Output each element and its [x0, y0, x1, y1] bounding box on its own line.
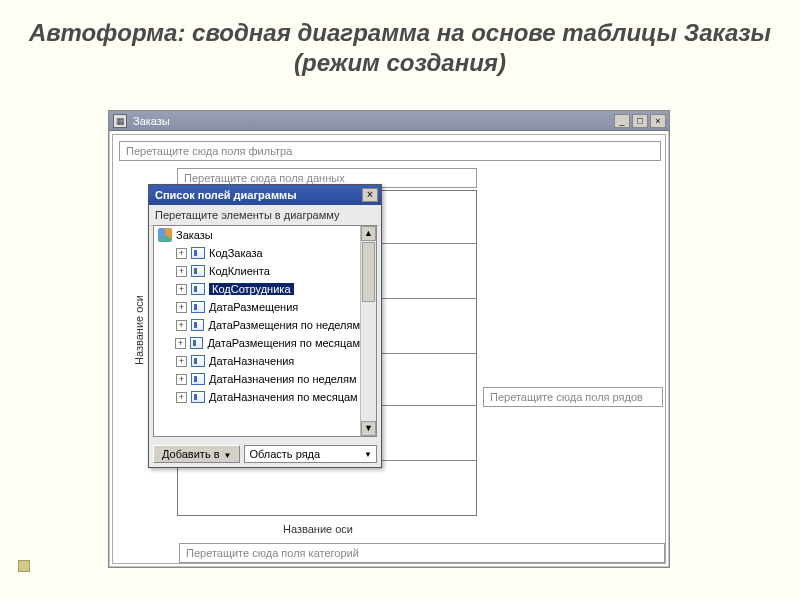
dropzone-filter[interactable]: Перетащите сюда поля фильтра: [119, 141, 661, 161]
field-label: ДатаНазначения по месяцам: [209, 391, 358, 403]
field-icon: [191, 265, 205, 277]
slide-title: Автоформа: сводная диаграмма на основе т…: [0, 0, 800, 88]
dropzone-categories[interactable]: Перетащите сюда поля категорий: [179, 543, 665, 563]
field-label: КодЗаказа: [209, 247, 263, 259]
field-icon: [191, 355, 205, 367]
form-titlebar[interactable]: ▦ Заказы _ □ ×: [109, 111, 669, 131]
axis-x-label: Название оси: [283, 523, 353, 535]
add-to-label: Добавить в: [162, 448, 220, 460]
field-label: ДатаРазмещения по месяцам: [207, 337, 360, 349]
field-icon: [191, 373, 205, 385]
expand-icon[interactable]: +: [176, 284, 187, 295]
field-dialog-close-button[interactable]: ×: [362, 188, 378, 202]
table-icon: [158, 228, 172, 242]
field-label: ДатаРазмещения: [209, 301, 298, 313]
form-icon: ▦: [113, 114, 127, 128]
field-label: ДатаНазначения: [209, 355, 294, 367]
field-icon: [191, 283, 205, 295]
tree-field-item[interactable]: +ДатаРазмещения по неделям: [154, 316, 360, 334]
expand-icon[interactable]: +: [175, 338, 186, 349]
expand-icon[interactable]: +: [176, 374, 187, 385]
scroll-down-button[interactable]: ▼: [361, 421, 376, 436]
field-tree: Заказы+КодЗаказа+КодКлиента+КодСотрудник…: [153, 225, 377, 437]
expand-icon[interactable]: +: [176, 266, 187, 277]
tree-root[interactable]: Заказы: [154, 226, 360, 244]
tree-field-item[interactable]: +ДатаРазмещения: [154, 298, 360, 316]
chevron-down-icon: ▼: [364, 450, 372, 459]
expand-icon[interactable]: +: [176, 392, 187, 403]
dropzone-rows[interactable]: Перетащите сюда поля рядов: [483, 387, 663, 407]
field-list-dialog[interactable]: Список полей диаграммы × Перетащите элем…: [148, 184, 382, 468]
field-icon: [190, 337, 204, 349]
field-label: КодСотрудника: [209, 283, 294, 295]
field-dialog-hint: Перетащите элементы в диаграмму: [149, 205, 381, 226]
tree-field-item[interactable]: +ДатаНазначения: [154, 352, 360, 370]
scroll-thumb[interactable]: [362, 242, 375, 302]
target-area-select[interactable]: Область ряда ▼: [244, 445, 377, 463]
tree-field-item[interactable]: +ДатаНазначения по месяцам: [154, 388, 360, 406]
tree-field-item[interactable]: +КодСотрудника: [154, 280, 360, 298]
tree-field-item[interactable]: +КодКлиента: [154, 262, 360, 280]
tree-field-item[interactable]: +ДатаНазначения по неделям: [154, 370, 360, 388]
target-area-value: Область ряда: [249, 448, 320, 460]
field-label: КодКлиента: [209, 265, 270, 277]
field-label: ДатаРазмещения по неделям: [208, 319, 360, 331]
field-dialog-titlebar[interactable]: Список полей диаграммы ×: [149, 185, 381, 205]
close-button[interactable]: ×: [650, 114, 666, 128]
expand-icon[interactable]: +: [176, 248, 187, 259]
tree-root-label: Заказы: [176, 229, 213, 241]
field-label: ДатаНазначения по неделям: [209, 373, 357, 385]
minimize-button[interactable]: _: [614, 114, 630, 128]
add-to-button[interactable]: Добавить в▼: [153, 445, 240, 463]
field-icon: [191, 301, 205, 313]
slide-bullet: [18, 560, 30, 572]
field-icon: [191, 391, 205, 403]
axis-y-label: Название оси: [133, 295, 145, 365]
scrollbar[interactable]: ▲ ▼: [360, 226, 376, 436]
expand-icon[interactable]: +: [176, 356, 187, 367]
expand-icon[interactable]: +: [176, 320, 187, 331]
chevron-down-icon: ▼: [224, 451, 232, 460]
field-icon: [191, 247, 205, 259]
maximize-button[interactable]: □: [632, 114, 648, 128]
expand-icon[interactable]: +: [176, 302, 187, 313]
tree-field-item[interactable]: +КодЗаказа: [154, 244, 360, 262]
field-dialog-title: Список полей диаграммы: [155, 189, 297, 201]
tree-field-item[interactable]: +ДатаРазмещения по месяцам: [154, 334, 360, 352]
field-icon: [191, 319, 205, 331]
scroll-up-button[interactable]: ▲: [361, 226, 376, 241]
form-title: Заказы: [131, 115, 614, 127]
